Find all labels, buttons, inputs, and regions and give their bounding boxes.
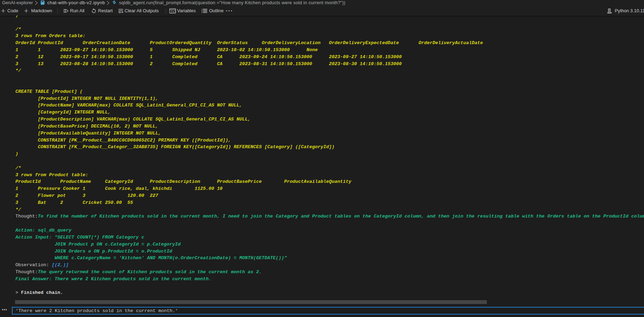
svg-text:(x): (x) (170, 10, 176, 13)
